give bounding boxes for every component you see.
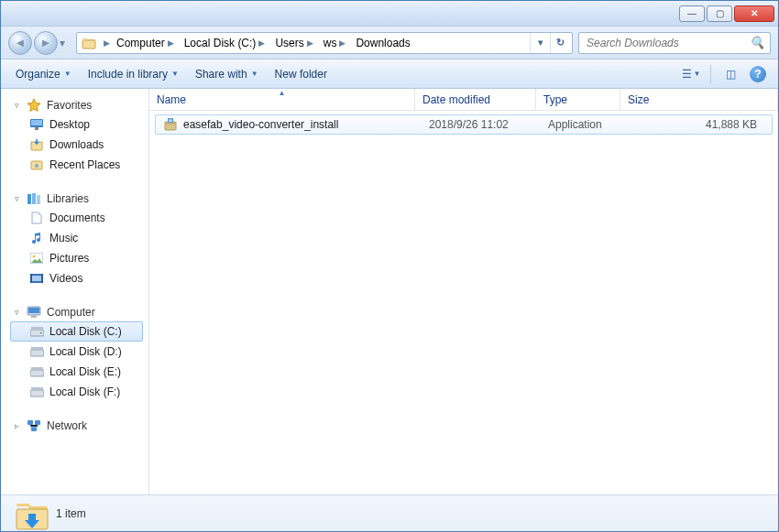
desktop-icon bbox=[29, 117, 44, 132]
svg-point-5 bbox=[35, 164, 38, 168]
nav-item-music[interactable]: Music bbox=[10, 228, 143, 248]
nav-header-network[interactable]: ▹ Network bbox=[10, 417, 148, 435]
help-button[interactable]: ? bbox=[747, 64, 769, 84]
nav-label: Local Disk (D:) bbox=[49, 345, 122, 358]
svg-rect-24 bbox=[31, 367, 43, 370]
close-button[interactable]: ✕ bbox=[734, 5, 774, 22]
folder-icon bbox=[81, 36, 97, 50]
svg-rect-2 bbox=[31, 120, 42, 125]
column-label: Date modified bbox=[422, 93, 490, 106]
svg-rect-21 bbox=[30, 350, 44, 356]
nav-label: Computer bbox=[47, 306, 95, 319]
share-with-button[interactable]: Share with▼ bbox=[190, 64, 264, 84]
include-in-library-button[interactable]: Include in library▼ bbox=[82, 64, 184, 84]
status-text: 1 item bbox=[56, 507, 86, 520]
svg-rect-0 bbox=[82, 40, 95, 49]
address-bar[interactable]: ▶ Computer▶ Local Disk (C:)▶ Users▶ ws▶ … bbox=[76, 32, 573, 54]
nav-header-computer[interactable]: ▿ Computer bbox=[10, 303, 148, 321]
column-label: Size bbox=[628, 93, 649, 106]
chevron-down-icon: ▼ bbox=[251, 70, 258, 78]
file-row[interactable]: easefab_video-converter_install 2018/9/2… bbox=[155, 114, 773, 135]
installer-icon bbox=[163, 117, 178, 132]
breadcrumb-downloads[interactable]: Downloads bbox=[352, 33, 413, 53]
window-controls: — ▢ ✕ bbox=[679, 5, 774, 22]
drive-icon bbox=[29, 344, 44, 359]
window-titlebar: — ▢ ✕ bbox=[1, 1, 778, 27]
nav-label: Downloads bbox=[49, 138, 104, 151]
nav-item-recent-places[interactable]: Recent Places bbox=[10, 155, 143, 175]
svg-rect-27 bbox=[27, 420, 33, 425]
svg-rect-17 bbox=[31, 315, 37, 318]
nav-item-local-disk-f[interactable]: Local Disk (F:) bbox=[10, 382, 143, 402]
minimize-button[interactable]: — bbox=[679, 5, 705, 22]
big-folder-icon bbox=[14, 501, 43, 527]
svg-rect-16 bbox=[28, 308, 39, 313]
toolbar-label: Organize bbox=[16, 68, 60, 81]
organize-button[interactable]: Organize▼ bbox=[10, 64, 77, 84]
nav-item-local-disk-d[interactable]: Local Disk (D:) bbox=[10, 342, 143, 362]
chevron-right-icon: ▶ bbox=[336, 38, 348, 48]
breadcrumb-ws[interactable]: ws▶ bbox=[320, 33, 353, 53]
nav-label: Libraries bbox=[47, 192, 89, 205]
preview-pane-button[interactable]: ◫ bbox=[719, 64, 741, 84]
nav-item-documents[interactable]: Documents bbox=[10, 208, 143, 228]
svg-rect-13 bbox=[30, 274, 32, 283]
nav-header-favorites[interactable]: ▿ Favorites bbox=[10, 96, 148, 114]
chevron-down-icon: ▼ bbox=[64, 70, 71, 78]
expand-icon: ▹ bbox=[12, 421, 21, 430]
nav-history-dropdown[interactable]: ▾ bbox=[60, 37, 71, 49]
nav-group-computer: ▿ Computer Local Disk (C:) Local Disk (D… bbox=[10, 303, 148, 402]
breadcrumb-label: Computer bbox=[116, 37, 165, 49]
body-split: ▿ Favorites Desktop Downloads Recent Pla… bbox=[1, 89, 778, 494]
search-box[interactable]: 🔍 bbox=[578, 32, 771, 54]
nav-item-local-disk-e[interactable]: Local Disk (E:) bbox=[10, 362, 143, 382]
nav-header-libraries[interactable]: ▿ Libraries bbox=[10, 190, 148, 208]
content-pane: Name ▲ Date modified Type Size easefab_v… bbox=[149, 89, 778, 494]
file-date: 2018/9/26 11:02 bbox=[422, 118, 541, 131]
view-options-button[interactable]: ☰▼ bbox=[680, 64, 702, 84]
nav-group-libraries: ▿ Libraries Documents Music Pictures Vid… bbox=[10, 190, 148, 288]
nav-item-downloads[interactable]: Downloads bbox=[10, 135, 143, 155]
music-icon bbox=[29, 231, 44, 245]
downloads-icon bbox=[29, 137, 44, 152]
help-icon: ? bbox=[750, 66, 766, 82]
pictures-icon bbox=[29, 251, 44, 266]
sort-ascending-icon: ▲ bbox=[279, 89, 286, 97]
column-name[interactable]: Name ▲ bbox=[149, 89, 415, 110]
column-type[interactable]: Type bbox=[536, 89, 620, 110]
nav-label: Recent Places bbox=[49, 158, 120, 171]
file-list: easefab_video-converter_install 2018/9/2… bbox=[149, 111, 778, 138]
svg-rect-19 bbox=[31, 327, 43, 330]
svg-rect-23 bbox=[30, 370, 44, 376]
nav-label: Desktop bbox=[49, 118, 90, 131]
file-type: Application bbox=[541, 118, 625, 131]
libraries-icon bbox=[27, 191, 41, 206]
column-date-modified[interactable]: Date modified bbox=[415, 89, 536, 110]
column-size[interactable]: Size bbox=[620, 89, 778, 110]
breadcrumb-root-arrow[interactable]: ▶ bbox=[101, 38, 113, 48]
svg-point-20 bbox=[40, 331, 42, 333]
toolbar: Organize▼ Include in library▼ Share with… bbox=[1, 60, 778, 89]
nav-item-desktop[interactable]: Desktop bbox=[10, 114, 143, 135]
nav-item-local-disk-c[interactable]: Local Disk (C:) bbox=[10, 321, 143, 342]
back-button[interactable]: ◄ bbox=[8, 31, 32, 55]
forward-button[interactable]: ► bbox=[34, 31, 58, 55]
maximize-button[interactable]: ▢ bbox=[707, 5, 732, 22]
nav-label: Pictures bbox=[49, 252, 89, 265]
nav-item-pictures[interactable]: Pictures bbox=[10, 248, 143, 268]
refresh-button[interactable]: ↻ bbox=[550, 33, 570, 53]
address-dropdown-button[interactable]: ▾ bbox=[530, 33, 550, 53]
new-folder-button[interactable]: New folder bbox=[269, 64, 333, 84]
file-name-cell: easefab_video-converter_install bbox=[156, 117, 422, 132]
breadcrumb-users[interactable]: Users▶ bbox=[271, 33, 319, 53]
breadcrumb-local-disk-c[interactable]: Local Disk (C:)▶ bbox=[181, 33, 272, 53]
toolbar-label: New folder bbox=[275, 68, 327, 81]
svg-rect-28 bbox=[35, 420, 40, 425]
search-input[interactable] bbox=[585, 36, 746, 50]
star-icon bbox=[27, 98, 41, 113]
collapse-icon: ▿ bbox=[12, 308, 21, 317]
chevron-right-icon: ▶ bbox=[165, 38, 177, 48]
breadcrumb-computer[interactable]: Computer▶ bbox=[113, 33, 181, 53]
nav-item-videos[interactable]: Videos bbox=[10, 268, 143, 288]
nav-label: Local Disk (C:) bbox=[49, 325, 122, 338]
